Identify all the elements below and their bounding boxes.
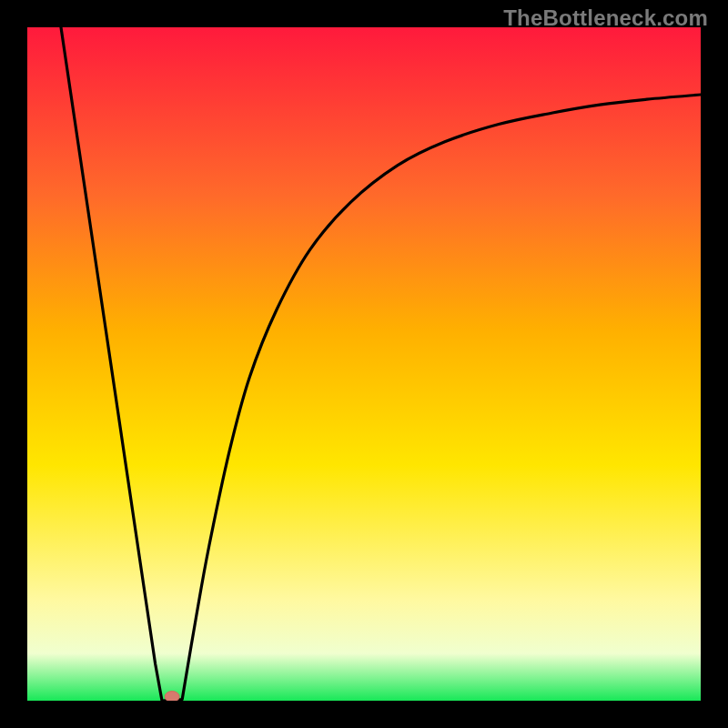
chart-plot bbox=[27, 27, 701, 701]
watermark-text: TheBottleneck.com bbox=[503, 5, 708, 31]
chart-frame: TheBottleneck.com bbox=[0, 0, 728, 728]
marker-dot bbox=[165, 692, 179, 701]
gradient-background bbox=[27, 27, 701, 701]
